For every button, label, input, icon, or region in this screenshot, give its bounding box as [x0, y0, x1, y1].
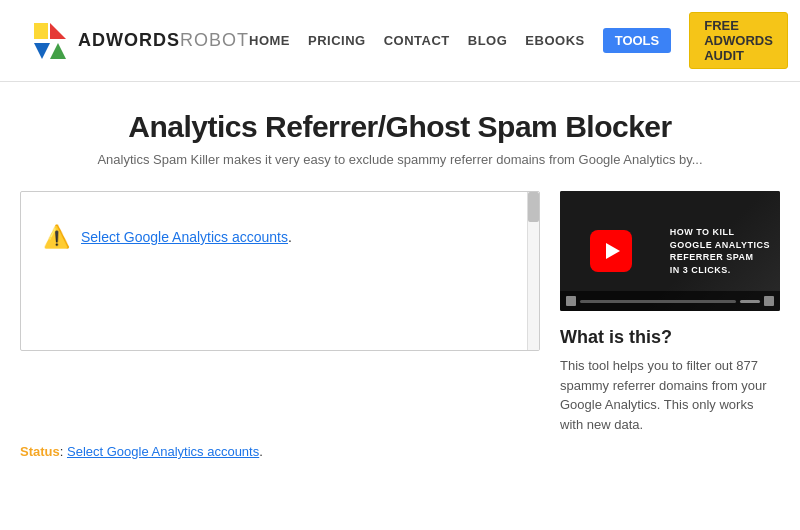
main-content: Analytics Referrer/Ghost Spam Blocker An… — [0, 82, 800, 487]
warning-text: Select Google Analytics accounts. — [81, 229, 292, 245]
status-label: Status — [20, 444, 60, 459]
left-panel: ⚠️ Select Google Analytics accounts. — [20, 191, 540, 351]
what-is-text: This tool helps you to filter out 877 sp… — [560, 356, 780, 434]
play-triangle-icon — [606, 243, 620, 259]
volume-bar — [740, 300, 760, 303]
video-controls — [560, 291, 780, 311]
svg-marker-1 — [34, 43, 50, 59]
svg-marker-2 — [50, 43, 66, 59]
right-panel: HOW TO KILL GOOGLE ANALYTICS REFERRER SP… — [560, 191, 780, 434]
warning-link[interactable]: Select Google Analytics accounts — [81, 229, 288, 245]
play-button[interactable] — [590, 230, 632, 272]
nav-pricing[interactable]: PRICING — [308, 33, 366, 48]
warning-area: ⚠️ Select Google Analytics accounts. — [21, 192, 539, 282]
page-subtitle: Analytics Spam Killer makes it very easy… — [20, 152, 780, 167]
video-container[interactable]: HOW TO KILL GOOGLE ANALYTICS REFERRER SP… — [560, 191, 780, 311]
logo: ADWORDSROBOT — [30, 21, 249, 61]
scrollbar-track — [527, 192, 539, 350]
logo-icon — [30, 21, 70, 61]
svg-marker-0 — [50, 23, 66, 39]
scrollbar-thumb[interactable] — [528, 192, 539, 222]
nav-blog[interactable]: BLOG — [468, 33, 508, 48]
status-period: . — [259, 444, 263, 459]
fullscreen-icon — [764, 296, 774, 306]
page-title: Analytics Referrer/Ghost Spam Blocker — [20, 110, 780, 144]
what-is-title: What is this? — [560, 327, 780, 348]
nav-audit[interactable]: FREE ADWORDS AUDIT — [689, 12, 788, 69]
status-colon: : — [60, 444, 64, 459]
status-link[interactable]: Select Google Analytics accounts — [67, 444, 259, 459]
navigation: HOME PRICING CONTACT BLOG EBOOKS TOOLS F… — [249, 12, 788, 69]
nav-tools[interactable]: TOOLS — [603, 28, 672, 53]
content-grid: ⚠️ Select Google Analytics accounts. HOW… — [20, 191, 780, 434]
warning-icon: ⚠️ — [41, 222, 71, 252]
nav-ebooks[interactable]: EBOOKS — [525, 33, 584, 48]
logo-text: ADWORDSROBOT — [78, 30, 249, 51]
svg-marker-3 — [34, 23, 48, 39]
header: ADWORDSROBOT HOME PRICING CONTACT BLOG E… — [0, 0, 800, 82]
status-bar: Status: Select Google Analytics accounts… — [20, 444, 780, 459]
play-ctrl-icon — [566, 296, 576, 306]
nav-contact[interactable]: CONTACT — [384, 33, 450, 48]
video-text-overlay: HOW TO KILL GOOGLE ANALYTICS REFERRER SP… — [670, 226, 770, 276]
warning-period: . — [288, 229, 292, 245]
nav-home[interactable]: HOME — [249, 33, 290, 48]
progress-bar — [580, 300, 736, 303]
